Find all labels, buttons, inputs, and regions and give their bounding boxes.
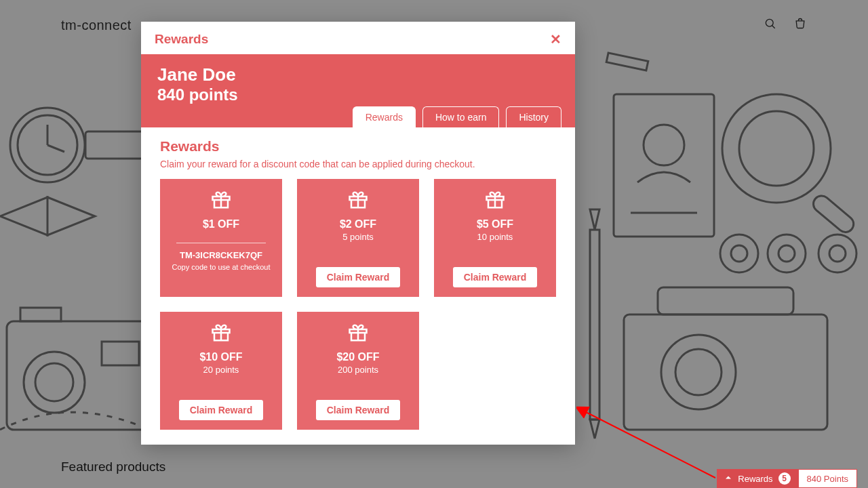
modal-title: Rewards bbox=[155, 32, 208, 47]
modal-hero: Jane Doe 840 points Rewards How to earn … bbox=[141, 54, 575, 127]
reward-card: $2 OFF 5 points Claim Reward bbox=[297, 179, 419, 297]
reward-code[interactable]: TM-3ICR8CKEK7QF bbox=[180, 250, 262, 260]
section-subtitle: Claim your reward for a discount code th… bbox=[160, 159, 556, 169]
rewards-count-badge: 5 bbox=[778, 472, 791, 485]
claim-reward-button[interactable]: Claim Reward bbox=[179, 400, 264, 420]
claim-reward-button[interactable]: Claim Reward bbox=[316, 400, 401, 420]
gift-icon bbox=[211, 190, 231, 213]
gift-icon bbox=[211, 323, 231, 346]
tab-rewards[interactable]: Rewards bbox=[353, 106, 416, 127]
gift-icon bbox=[348, 190, 368, 213]
chevron-up-icon bbox=[724, 474, 732, 484]
reward-cards: $1 OFF TM-3ICR8CKEK7QF Copy code to use … bbox=[160, 179, 556, 430]
reward-card: $20 OFF 200 points Claim Reward bbox=[297, 312, 419, 430]
section-title: Rewards bbox=[160, 138, 556, 155]
reward-code-hint: Copy code to use at checkout bbox=[172, 263, 271, 271]
reward-title: $1 OFF bbox=[203, 218, 239, 230]
user-points: 840 points bbox=[157, 85, 559, 104]
divider bbox=[176, 243, 265, 243]
reward-card: $1 OFF TM-3ICR8CKEK7QF Copy code to use … bbox=[160, 179, 282, 297]
rewards-widget-label: Rewards bbox=[738, 474, 772, 484]
reward-cost: 20 points bbox=[203, 365, 239, 375]
tab-how-to-earn[interactable]: How to earn bbox=[422, 106, 499, 127]
close-icon[interactable]: ✕ bbox=[550, 31, 561, 47]
gift-icon bbox=[348, 323, 368, 346]
gift-icon bbox=[485, 190, 505, 213]
rewards-modal: Rewards ✕ Jane Doe 840 points Rewards Ho… bbox=[141, 22, 575, 445]
claim-reward-button[interactable]: Claim Reward bbox=[453, 267, 538, 287]
user-name: Jane Doe bbox=[157, 65, 559, 85]
reward-title: $10 OFF bbox=[199, 351, 242, 363]
rewards-points: 840 Points bbox=[798, 469, 857, 488]
reward-card: $10 OFF 20 points Claim Reward bbox=[160, 312, 282, 430]
reward-card: $5 OFF 10 points Claim Reward bbox=[434, 179, 556, 297]
claim-reward-button[interactable]: Claim Reward bbox=[316, 267, 401, 287]
tab-history[interactable]: History bbox=[506, 106, 561, 127]
reward-title: $2 OFF bbox=[340, 218, 376, 230]
reward-cost: 200 points bbox=[338, 365, 378, 375]
reward-cost: 10 points bbox=[477, 232, 513, 242]
rewards-widget[interactable]: Rewards 5 840 Points bbox=[717, 469, 857, 488]
reward-title: $5 OFF bbox=[477, 218, 513, 230]
reward-cost: 5 points bbox=[342, 232, 374, 242]
reward-title: $20 OFF bbox=[336, 351, 379, 363]
